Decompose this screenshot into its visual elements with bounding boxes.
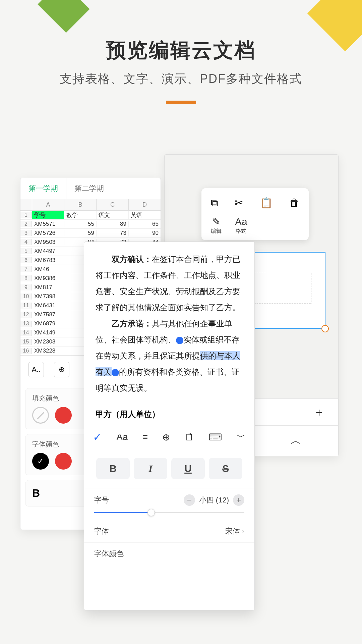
- col-C[interactable]: C: [96, 199, 128, 210]
- increase-size-button[interactable]: +: [233, 494, 244, 506]
- cell[interactable]: 89: [96, 221, 128, 227]
- add-slide-icon[interactable]: ＋: [313, 405, 325, 420]
- chevron-up-icon[interactable]: ︿: [291, 433, 301, 448]
- row-number[interactable]: 12: [20, 312, 32, 318]
- row-number[interactable]: 7: [20, 266, 32, 272]
- cell[interactable]: XM4497: [32, 248, 64, 255]
- insert-icon[interactable]: ⊕: [162, 432, 170, 443]
- cell[interactable]: XM817: [32, 284, 64, 291]
- header-row: 1 学号 数学 语文 英语: [20, 211, 161, 220]
- document-body[interactable]: 双方确认：在签订本合同前，甲方已将工作内容、工作条件、工作地点、职业危害、安全生…: [84, 242, 254, 406]
- confirm-icon[interactable]: ✓: [93, 431, 102, 443]
- col-D[interactable]: D: [128, 199, 161, 210]
- add-button[interactable]: ⊕: [54, 362, 69, 377]
- cell[interactable]: XM4149: [32, 329, 64, 336]
- context-edit[interactable]: ✎ 编辑: [211, 216, 222, 235]
- resize-handle[interactable]: [321, 325, 329, 332]
- document-panel: 双方确认：在签订本合同前，甲方已将工作内容、工作条件、工作地点、职业危害、安全生…: [84, 241, 255, 610]
- swatch-black-selected[interactable]: ✓: [32, 453, 49, 470]
- row-number[interactable]: 6: [20, 257, 32, 263]
- cell[interactable]: 65: [128, 221, 161, 227]
- font-family-value: 宋体: [225, 527, 240, 535]
- p2-strong: 乙方承诺：: [112, 319, 152, 328]
- sheet-tab-2[interactable]: 第二学期: [66, 178, 112, 199]
- row-number[interactable]: 13: [20, 321, 32, 327]
- row-number[interactable]: 4: [20, 239, 32, 245]
- swatch-none[interactable]: [32, 407, 49, 424]
- header-cell[interactable]: 数学: [64, 211, 96, 219]
- keyboard-icon[interactable]: ⌨: [208, 432, 222, 443]
- row-number[interactable]: 15: [20, 339, 32, 345]
- context-format[interactable]: Aa 格式: [235, 216, 247, 235]
- cell[interactable]: XM5726: [32, 230, 64, 236]
- sheet-tab-1[interactable]: 第一学期: [20, 178, 66, 199]
- cell[interactable]: XM3228: [32, 347, 64, 354]
- swatch-red[interactable]: [55, 453, 72, 470]
- doc-toolbar: ✓ Aa ≡ ⊕ 🗒 ⌨ ﹀: [84, 425, 254, 449]
- font-size-label: 字号: [94, 495, 109, 505]
- paste-icon[interactable]: 📋: [260, 197, 273, 209]
- column-header-row: A B C D: [20, 199, 161, 211]
- format-row: B I U S: [84, 449, 254, 488]
- cell[interactable]: XM7587: [32, 311, 64, 318]
- header-cell[interactable]: 英语: [128, 211, 161, 219]
- font-format-button[interactable]: A..: [28, 362, 44, 377]
- align-icon[interactable]: ≡: [142, 432, 148, 442]
- cell[interactable]: XM7398: [32, 293, 64, 300]
- row-number[interactable]: 9: [20, 284, 32, 290]
- row-number[interactable]: 8: [20, 275, 32, 281]
- cut-icon[interactable]: ✂: [235, 197, 243, 209]
- slider-knob[interactable]: [147, 509, 155, 516]
- cell[interactable]: XM9386: [32, 275, 64, 282]
- row-number[interactable]: 11: [20, 303, 32, 309]
- font-color-row[interactable]: 字体颜色: [84, 542, 254, 565]
- underline-button[interactable]: U: [171, 458, 205, 479]
- row-number[interactable]: 14: [20, 330, 32, 336]
- chevron-down-icon[interactable]: ﹀: [236, 431, 246, 443]
- select-all-corner[interactable]: [20, 199, 32, 210]
- col-A[interactable]: A: [32, 199, 64, 210]
- selection-handle-end[interactable]: [112, 369, 119, 376]
- font-panel-button[interactable]: Aa: [116, 432, 128, 442]
- cell[interactable]: XM2303: [32, 338, 64, 345]
- font-size-slider[interactable]: [94, 512, 244, 513]
- table-row: 3XM5726597390: [20, 229, 161, 238]
- row-number[interactable]: 5: [20, 248, 32, 254]
- chevron-right-icon: ›: [242, 527, 244, 535]
- context-edit-label: 编辑: [211, 228, 222, 234]
- row-number[interactable]: 3: [20, 230, 32, 236]
- row-number[interactable]: 2: [20, 221, 32, 227]
- cell[interactable]: XM6879: [32, 320, 64, 327]
- font-family-row[interactable]: 字体 宋体 ›: [84, 520, 254, 542]
- cell[interactable]: XM46: [32, 266, 64, 273]
- context-format-label: 格式: [236, 228, 246, 234]
- delete-icon[interactable]: 🗑: [289, 197, 299, 209]
- swatch-red[interactable]: [55, 407, 72, 424]
- copy-icon[interactable]: ⧉: [211, 197, 218, 209]
- italic-button[interactable]: I: [134, 458, 167, 479]
- pencil-icon: ✎: [211, 216, 222, 228]
- cell[interactable]: XM6783: [32, 257, 64, 264]
- cell[interactable]: XM5571: [32, 221, 64, 227]
- strike-button[interactable]: S: [209, 458, 242, 479]
- cell[interactable]: XM6431: [32, 302, 64, 309]
- bold-button[interactable]: B: [96, 458, 130, 479]
- note-icon[interactable]: 🗒: [185, 432, 194, 443]
- hero-title: 预览编辑云文档: [0, 37, 362, 64]
- cell[interactable]: 55: [64, 221, 96, 227]
- cell[interactable]: XM9503: [32, 239, 64, 246]
- cell[interactable]: 90: [128, 230, 161, 236]
- row-number[interactable]: 16: [20, 348, 32, 354]
- cell[interactable]: 73: [96, 230, 128, 236]
- context-menu: ⧉ ✂ 📋 🗑 ✎ 编辑 Aa 格式: [201, 188, 309, 240]
- col-B[interactable]: B: [64, 199, 96, 210]
- slider-fill: [94, 512, 151, 513]
- decrease-size-button[interactable]: −: [184, 494, 195, 506]
- row-number[interactable]: 10: [20, 293, 32, 300]
- font-icon: Aa: [235, 216, 247, 228]
- signature-line: 甲方（用人单位）: [84, 406, 254, 425]
- cell[interactable]: 59: [64, 230, 96, 236]
- header-cell[interactable]: 语文: [96, 211, 128, 219]
- selection-handle-start[interactable]: [176, 337, 183, 344]
- header-cell[interactable]: 学号: [32, 211, 64, 219]
